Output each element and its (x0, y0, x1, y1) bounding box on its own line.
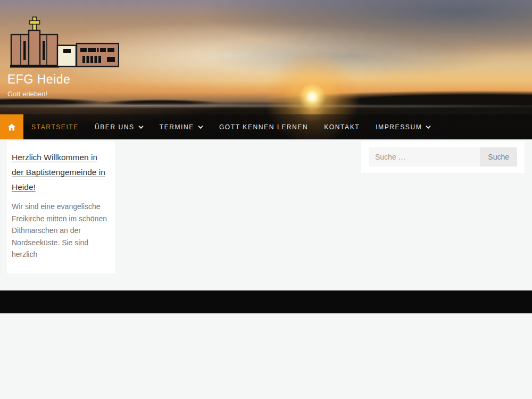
nav-label: TERMINE (160, 123, 194, 131)
chevron-down-icon (426, 124, 431, 130)
main-navigation: STARTSEITE ÜBER UNS TERMINE GOTT KENNEN … (0, 114, 532, 139)
home-button[interactable] (0, 114, 23, 139)
main-content-area: Herzlich Willkommen in der Baptistengeme… (0, 139, 532, 290)
nav-item-startseite[interactable]: STARTSEITE (23, 114, 87, 139)
post-card: Herzlich Willkommen in der Baptistengeme… (7, 141, 115, 273)
nav-item-gott-kennen-lernen[interactable]: GOTT KENNEN LERNEN (211, 114, 316, 139)
search-form: Suche (369, 147, 517, 167)
church-building-logo (7, 16, 119, 68)
site-title[interactable]: EFG Heide (7, 72, 119, 87)
nav-item-kontakt[interactable]: KONTAKT (316, 114, 368, 139)
site-tagline: Gott erleben! (7, 90, 119, 98)
search-widget: Suche (361, 141, 525, 173)
nav-label: KONTAKT (324, 123, 360, 131)
nav-label: STARTSEITE (31, 123, 79, 131)
post-excerpt: Wir sind eine evangelische Freikirche mi… (12, 201, 110, 261)
nav-label: GOTT KENNEN LERNEN (219, 123, 308, 131)
header-hero: EFG Heide Gott erleben! STARTSEITE ÜBER … (0, 0, 532, 139)
nav-label: IMPRESSUM (376, 123, 422, 131)
chevron-down-icon (138, 124, 144, 130)
search-input[interactable] (369, 147, 480, 167)
site-branding: EFG Heide Gott erleben! (7, 16, 119, 98)
search-button[interactable]: Suche (480, 147, 517, 167)
footer-bar (0, 290, 532, 313)
nav-item-impressum[interactable]: IMPRESSUM (368, 114, 439, 139)
chevron-down-icon (198, 124, 203, 130)
page-bottom-area (0, 313, 532, 399)
nav-label: ÜBER UNS (95, 123, 135, 131)
post-title-link[interactable]: Herzlich Willkommen in der Baptistengeme… (12, 153, 105, 192)
nav-item-termine[interactable]: TERMINE (152, 114, 211, 139)
nav-item-ueber-uns[interactable]: ÜBER UNS (87, 114, 152, 139)
home-icon (7, 122, 16, 132)
nav-list: STARTSEITE ÜBER UNS TERMINE GOTT KENNEN … (23, 114, 439, 139)
